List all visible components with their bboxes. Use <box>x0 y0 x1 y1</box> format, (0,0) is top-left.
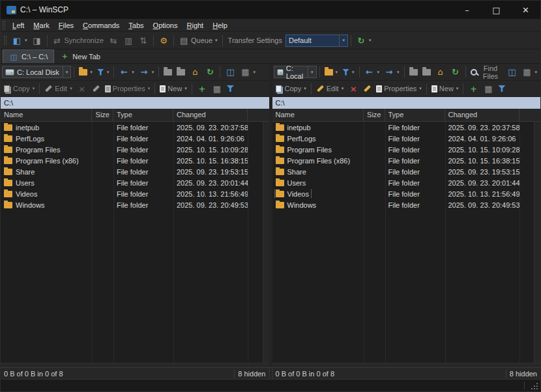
file-row[interactable]: Program Files (x86)File folder2025. 10. … <box>272 155 541 166</box>
back-button[interactable]: ←▾ <box>117 65 136 79</box>
queue-button[interactable]: ▤Queue▾ <box>177 34 220 48</box>
maximize-button[interactable]: □ <box>482 1 511 19</box>
menu-options[interactable]: Options <box>149 19 183 32</box>
synchronize-button[interactable]: ⇄Synchronize <box>50 34 106 48</box>
file-row[interactable]: VideosFile folder2025. 10. 13. 21:56:49 <box>272 188 541 199</box>
view-options-button[interactable]: ▦▾ <box>519 65 539 79</box>
copy-button[interactable]: Copy▾ <box>2 82 37 96</box>
column-header-size[interactable]: Size <box>364 109 385 121</box>
file-row[interactable]: VideosFile folder2025. 10. 13. 21:56:49 <box>1 188 269 199</box>
file-row[interactable]: UsersFile folder2025. 09. 23. 20:01:44 <box>272 177 541 188</box>
open-directory-button[interactable]: ▾ <box>77 65 95 79</box>
tree-view-button[interactable]: ◫ <box>504 65 519 79</box>
horizontal-scrollbar[interactable] <box>1 363 269 367</box>
hidden-count[interactable]: 8 hidden <box>506 370 540 378</box>
vertical-scrollbar[interactable] <box>534 122 540 363</box>
file-row[interactable]: Program FilesFile folder2025. 10. 15. 10… <box>1 144 269 155</box>
find-files-button[interactable]: Find Files <box>469 65 504 79</box>
column-header-changed[interactable]: Changed <box>445 109 519 121</box>
refresh-button[interactable]: ↻ <box>203 65 217 79</box>
preferences-button[interactable]: ⚙ <box>156 34 171 48</box>
terminal-button[interactable]: ▥ <box>121 34 136 48</box>
parent-directory-button[interactable] <box>162 65 174 79</box>
mirror-button[interactable]: ⇆ <box>106 34 121 48</box>
edit-button[interactable]: Edit▾ <box>314 82 345 96</box>
properties-button[interactable]: Properties▾ <box>103 82 153 96</box>
file-row[interactable]: PerfLogsFile folder2024. 04. 01. 9:26:06 <box>1 133 269 144</box>
path-bar[interactable]: C:\ <box>1 97 269 109</box>
select-invert-button[interactable]: ▦ <box>210 82 224 96</box>
column-header-name[interactable]: Name <box>272 109 364 121</box>
column-header-size[interactable]: Size <box>92 109 113 121</box>
properties-button[interactable]: Properties▾ <box>374 82 424 96</box>
file-row[interactable]: UsersFile folder2025. 09. 23. 20:01:44 <box>1 177 269 188</box>
resize-grip[interactable] <box>530 382 539 391</box>
root-directory-button[interactable] <box>420 65 433 79</box>
minimize-button[interactable]: – <box>452 1 482 19</box>
toolbar-grip[interactable] <box>4 36 7 45</box>
select-add-button[interactable]: + <box>195 82 209 96</box>
refresh-button[interactable]: ↻ <box>448 65 463 79</box>
file-row[interactable]: ShareFile folder2025. 09. 23. 19:53:15 <box>1 166 269 177</box>
filter-button[interactable]: ▾ <box>95 65 111 79</box>
hidden-count[interactable]: 8 hidden <box>235 370 269 378</box>
back-button[interactable]: ←▾ <box>362 65 382 79</box>
drive-selector[interactable]: C: Local ▾ <box>274 66 317 78</box>
column-header-type[interactable]: Type <box>113 109 173 121</box>
delete-button[interactable]: × <box>346 82 360 96</box>
open-directory-button[interactable]: ▾ <box>323 65 340 79</box>
edit-button[interactable]: Edit▾ <box>42 82 74 96</box>
tree-view-button[interactable]: ◫ <box>223 65 237 79</box>
copy-button[interactable]: Copy▾ <box>274 82 308 96</box>
file-row[interactable]: WindowsFile folder2025. 09. 23. 20:49:53 <box>272 199 541 210</box>
tab-new[interactable]: + New Tab <box>54 49 106 63</box>
dock-right-button[interactable]: ◨ <box>30 34 44 48</box>
file-row[interactable]: WindowsFile folder2025. 09. 23. 20:49:53 <box>1 199 269 210</box>
transfer-settings-select[interactable]: Default ▾ <box>285 35 348 47</box>
menu-left[interactable]: Left <box>8 19 29 32</box>
new-button[interactable]: New▾ <box>158 82 189 96</box>
rename-button[interactable] <box>361 82 373 96</box>
close-button[interactable]: ✕ <box>511 1 540 19</box>
column-header-name[interactable]: Name <box>1 109 92 121</box>
forward-button[interactable]: →▾ <box>137 65 156 79</box>
new-button[interactable]: New▾ <box>430 82 461 96</box>
tab-session[interactable]: ◫ C:\ – C:\ <box>3 49 54 63</box>
menu-commands[interactable]: Commands <box>78 19 124 32</box>
parent-directory-button[interactable] <box>407 65 420 79</box>
file-row[interactable]: inetpubFile folder2025. 09. 23. 20:37:58 <box>1 122 269 133</box>
file-row[interactable]: ShareFile folder2025. 09. 23. 19:53:15 <box>272 166 541 177</box>
file-row[interactable]: PerfLogsFile folder2024. 04. 01. 9:26:06 <box>272 133 541 144</box>
menu-tabs[interactable]: Tabs <box>124 19 148 32</box>
home-directory-button[interactable]: ⌂ <box>188 65 202 79</box>
selection-filter-button[interactable] <box>496 82 507 96</box>
column-header-changed[interactable]: Changed <box>173 109 248 121</box>
delete-button[interactable]: × <box>75 82 89 96</box>
selection-filter-button[interactable] <box>225 82 236 96</box>
root-directory-button[interactable] <box>175 65 187 79</box>
select-add-button[interactable]: + <box>466 82 480 96</box>
home-directory-button[interactable]: ⌂ <box>433 65 448 79</box>
column-header-type[interactable]: Type <box>385 109 445 121</box>
rename-button[interactable] <box>90 82 102 96</box>
view-options-button[interactable]: ▦▾ <box>238 65 257 79</box>
refresh-session-button[interactable]: ↻▾ <box>354 34 373 48</box>
drive-selector[interactable]: C: Local Disk ▾ <box>2 66 71 78</box>
toolbar-grip[interactable] <box>3 21 5 30</box>
vertical-scrollbar[interactable] <box>263 122 269 363</box>
menu-help[interactable]: Help <box>208 19 232 32</box>
app-icon[interactable] <box>7 6 16 14</box>
menu-right[interactable]: Right <box>182 19 208 32</box>
select-invert-button[interactable]: ▦ <box>481 82 495 96</box>
filter-button[interactable]: ▾ <box>340 65 357 79</box>
file-row[interactable]: Program FilesFile folder2025. 10. 15. 10… <box>272 144 541 155</box>
dock-left-button[interactable]: ◧▾ <box>10 34 29 48</box>
forward-button[interactable]: →▾ <box>382 65 402 79</box>
path-bar[interactable]: C:\ <box>272 97 541 109</box>
transfer-queue-button[interactable]: ⇅ <box>136 34 151 48</box>
horizontal-scrollbar[interactable] <box>272 363 541 367</box>
file-row[interactable]: inetpubFile folder2025. 09. 23. 20:37:58 <box>272 122 541 133</box>
file-row[interactable]: Program Files (x86)File folder2025. 10. … <box>1 155 269 166</box>
menu-mark[interactable]: Mark <box>29 19 53 32</box>
menu-files[interactable]: Files <box>54 19 78 32</box>
